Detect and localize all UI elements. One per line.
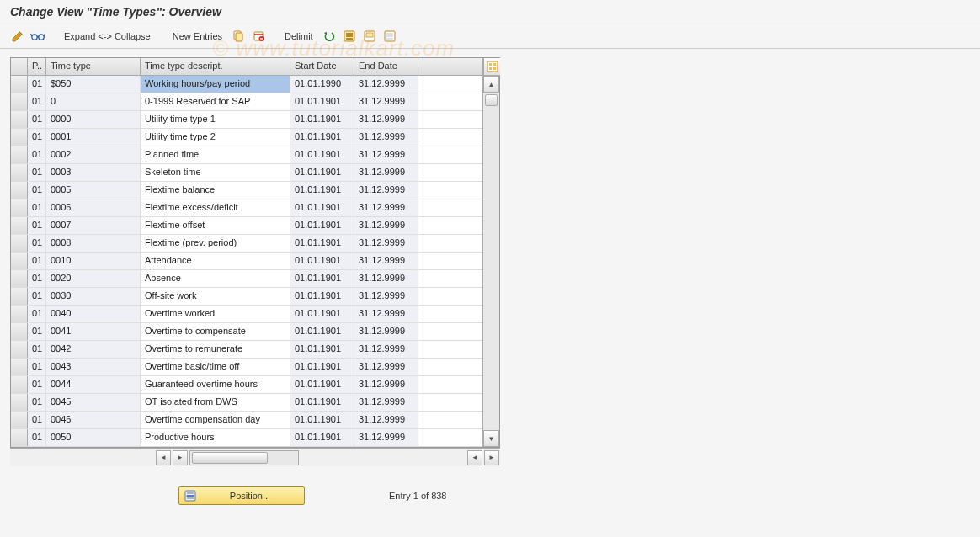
undo-icon[interactable] [322,29,337,44]
cell-end-date[interactable]: 31.12.9999 [354,341,418,358]
cell-p[interactable]: 01 [28,235,46,252]
row-selector[interactable] [11,76,28,93]
cell-descript[interactable]: Absence [141,270,290,287]
table-row[interactable]: 010008Flextime (prev. period)01.01.19013… [11,235,482,253]
cell-start-date[interactable]: 01.01.1901 [290,164,354,181]
cell-start-date[interactable]: 01.01.1901 [290,341,354,358]
cell-descript[interactable]: Overtime basic/time off [141,359,290,375]
cell-p[interactable]: 01 [28,182,46,199]
table-row[interactable]: 010006Flextime excess/deficit01.01.19013… [11,199,482,217]
row-selector[interactable] [11,394,28,411]
table-row[interactable]: 010050Productive hours01.01.190131.12.99… [11,429,482,447]
cell-start-date[interactable]: 01.01.1901 [290,412,354,428]
cell-time-type[interactable]: 0044 [46,376,141,393]
cell-end-date[interactable]: 31.12.9999 [354,76,418,93]
cell-descript[interactable]: Flextime excess/deficit [141,199,290,216]
col-end-date[interactable]: End Date [354,58,418,75]
change-icon[interactable] [10,29,25,44]
cell-start-date[interactable]: 01.01.1901 [290,306,354,322]
table-row[interactable]: 010042Overtime to remunerate01.01.190131… [11,341,482,359]
cell-start-date[interactable]: 01.01.1901 [290,429,354,446]
row-selector[interactable] [11,164,28,181]
cell-end-date[interactable]: 31.12.9999 [354,111,418,128]
col-start-date[interactable]: Start Date [290,58,354,75]
cell-descript[interactable]: Planned time [141,146,290,163]
row-selector[interactable] [11,306,28,322]
cell-descript[interactable]: OT isolated from DWS [141,394,290,411]
cell-time-type[interactable]: 0041 [46,323,141,340]
cell-p[interactable]: 01 [28,129,46,146]
cell-end-date[interactable]: 31.12.9999 [354,412,418,428]
scroll-thumb[interactable] [485,94,498,106]
cell-p[interactable]: 01 [28,359,46,375]
cell-time-type[interactable]: 0006 [46,199,141,216]
cell-descript[interactable]: Overtime compensation day [141,412,290,428]
cell-time-type[interactable]: 0008 [46,235,141,252]
cell-descript[interactable]: Attendance [141,253,290,269]
cell-start-date[interactable]: 01.01.1901 [290,270,354,287]
cell-descript[interactable]: Productive hours [141,429,290,446]
cell-p[interactable]: 01 [28,323,46,340]
cell-time-type[interactable]: 0010 [46,253,141,269]
cell-start-date[interactable]: 01.01.1901 [290,129,354,146]
col-time-type[interactable]: Time type [46,58,141,75]
cell-descript[interactable]: Utility time type 1 [141,111,290,128]
row-selector[interactable] [11,429,28,446]
row-selector[interactable] [11,199,28,216]
col-descript[interactable]: Time type descript. [141,58,290,75]
col-select[interactable] [11,58,28,75]
position-button[interactable]: Position... [178,486,305,505]
scroll-right-icon[interactable]: ► [173,450,188,465]
hscroll-track[interactable] [189,450,299,465]
cell-p[interactable]: 01 [28,429,46,446]
cell-time-type[interactable]: 0000 [46,111,141,128]
cell-start-date[interactable]: 01.01.1901 [290,217,354,234]
row-selector[interactable] [11,146,28,163]
cell-descript[interactable]: Flextime balance [141,182,290,199]
cell-end-date[interactable]: 31.12.9999 [354,270,418,287]
cell-time-type[interactable]: 0040 [46,306,141,322]
cell-end-date[interactable]: 31.12.9999 [354,164,418,181]
scroll-down-icon[interactable]: ▼ [483,430,499,447]
cell-descript[interactable]: Overtime to remunerate [141,341,290,358]
table-row[interactable]: 0100-1999 Reserved for SAP01.01.190131.1… [11,93,482,111]
cell-descript[interactable]: Skeleton time [141,164,290,181]
table-row[interactable]: 010010Attendance01.01.190131.12.9999 [11,253,482,270]
cell-p[interactable]: 01 [28,412,46,428]
cell-time-type[interactable]: 0020 [46,270,141,287]
cell-time-type[interactable]: 0030 [46,288,141,305]
row-selector[interactable] [11,235,28,252]
cell-start-date[interactable]: 01.01.1901 [290,359,354,375]
row-selector[interactable] [11,270,28,287]
cell-time-type[interactable]: 0042 [46,341,141,358]
cell-descript[interactable]: Guaranteed overtime hours [141,376,290,393]
cell-start-date[interactable]: 01.01.1901 [290,199,354,216]
cell-start-date[interactable]: 01.01.1990 [290,76,354,93]
table-row[interactable]: 010003Skeleton time01.01.190131.12.9999 [11,164,482,182]
cell-p[interactable]: 01 [28,217,46,234]
cell-p[interactable]: 01 [28,341,46,358]
cell-start-date[interactable]: 01.01.1901 [290,182,354,199]
cell-p[interactable]: 01 [28,146,46,163]
cell-start-date[interactable]: 01.01.1901 [290,253,354,269]
cell-p[interactable]: 01 [28,111,46,128]
table-settings-icon[interactable] [483,58,500,76]
cell-time-type[interactable]: 0002 [46,146,141,163]
cell-descript[interactable]: 0-1999 Reserved for SAP [141,93,290,110]
table-row[interactable]: 010040Overtime worked01.01.190131.12.999… [11,306,482,323]
select-block-icon[interactable] [362,29,377,44]
cell-time-type[interactable]: 0050 [46,429,141,446]
scroll-left-end-icon[interactable]: ◄ [467,450,482,465]
scroll-track[interactable] [483,93,499,430]
cell-end-date[interactable]: 31.12.9999 [354,93,418,110]
cell-end-date[interactable]: 31.12.9999 [354,359,418,375]
cell-time-type[interactable]: 0003 [46,164,141,181]
cell-start-date[interactable]: 01.01.1901 [290,288,354,305]
row-selector[interactable] [11,359,28,375]
hscroll-thumb[interactable] [192,452,268,464]
table-row[interactable]: 010046Overtime compensation day01.01.190… [11,412,482,429]
select-all-icon[interactable] [342,29,357,44]
row-selector[interactable] [11,323,28,340]
cell-descript[interactable]: Working hours/pay period [141,76,290,93]
glasses-icon[interactable] [30,29,45,44]
